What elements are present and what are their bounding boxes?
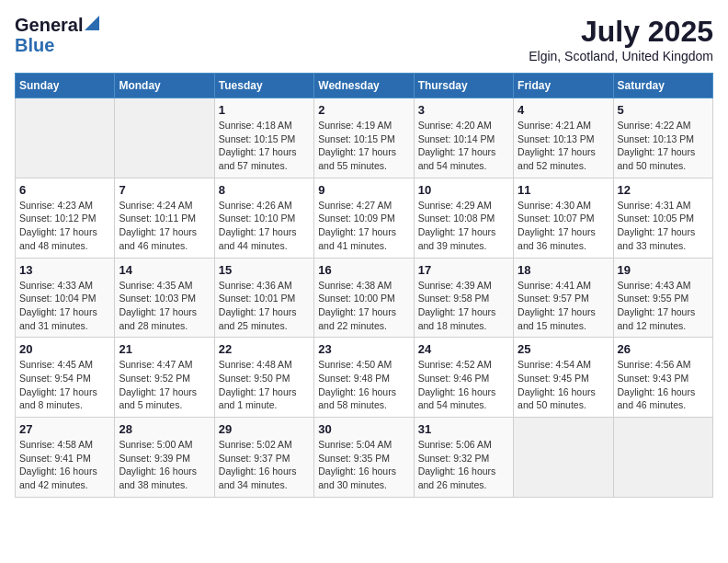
day-cell: 10Sunrise: 4:29 AM Sunset: 10:08 PM Dayl… [414, 178, 513, 258]
day-cell: 6Sunrise: 4:23 AM Sunset: 10:12 PM Dayli… [16, 178, 115, 258]
day-info: Sunrise: 4:21 AM Sunset: 10:13 PM Daylig… [518, 119, 609, 173]
day-number: 19 [618, 263, 709, 277]
day-info: Sunrise: 4:31 AM Sunset: 10:05 PM Daylig… [618, 199, 709, 253]
day-cell: 16Sunrise: 4:38 AM Sunset: 10:00 PM Dayl… [314, 258, 414, 338]
logo-icon [85, 16, 99, 30]
day-cell [115, 98, 214, 178]
day-number: 1 [219, 103, 310, 117]
day-number: 9 [318, 183, 409, 197]
day-info: Sunrise: 4:50 AM Sunset: 9:48 PM Dayligh… [318, 358, 409, 412]
day-number: 25 [518, 342, 609, 356]
day-number: 4 [518, 103, 609, 117]
week-row-1: 1Sunrise: 4:18 AM Sunset: 10:15 PM Dayli… [16, 98, 713, 178]
day-cell: 20Sunrise: 4:45 AM Sunset: 9:54 PM Dayli… [16, 338, 115, 418]
day-cell: 5Sunrise: 4:22 AM Sunset: 10:13 PM Dayli… [613, 98, 712, 178]
day-cell: 8Sunrise: 4:26 AM Sunset: 10:10 PM Dayli… [214, 178, 313, 258]
day-number: 14 [119, 263, 210, 277]
day-cell: 7Sunrise: 4:24 AM Sunset: 10:11 PM Dayli… [115, 178, 214, 258]
day-info: Sunrise: 4:36 AM Sunset: 10:01 PM Daylig… [219, 279, 310, 333]
day-number: 3 [418, 103, 509, 117]
day-number: 20 [19, 342, 110, 356]
day-cell: 13Sunrise: 4:33 AM Sunset: 10:04 PM Dayl… [16, 258, 115, 338]
header-cell-tuesday: Tuesday [214, 74, 313, 98]
day-number: 29 [219, 422, 310, 436]
logo-general-text: General [15, 15, 83, 35]
header-cell-saturday: Saturday [613, 74, 712, 98]
day-number: 10 [418, 183, 509, 197]
day-cell: 2Sunrise: 4:19 AM Sunset: 10:15 PM Dayli… [314, 98, 414, 178]
day-info: Sunrise: 4:24 AM Sunset: 10:11 PM Daylig… [119, 199, 210, 253]
day-info: Sunrise: 4:30 AM Sunset: 10:07 PM Daylig… [518, 199, 609, 253]
svg-marker-0 [85, 16, 99, 30]
day-info: Sunrise: 5:02 AM Sunset: 9:37 PM Dayligh… [219, 438, 310, 492]
day-cell [613, 418, 712, 498]
day-info: Sunrise: 4:20 AM Sunset: 10:14 PM Daylig… [418, 119, 509, 173]
day-number: 16 [318, 263, 409, 277]
day-info: Sunrise: 4:56 AM Sunset: 9:43 PM Dayligh… [618, 358, 709, 412]
day-cell: 24Sunrise: 4:52 AM Sunset: 9:46 PM Dayli… [414, 338, 513, 418]
day-cell: 3Sunrise: 4:20 AM Sunset: 10:14 PM Dayli… [414, 98, 513, 178]
logo-blue-text: Blue [15, 35, 99, 55]
day-number: 28 [119, 422, 210, 436]
header-cell-sunday: Sunday [16, 74, 115, 98]
day-info: Sunrise: 4:23 AM Sunset: 10:12 PM Daylig… [19, 199, 110, 253]
day-cell: 23Sunrise: 4:50 AM Sunset: 9:48 PM Dayli… [314, 338, 414, 418]
day-cell: 9Sunrise: 4:27 AM Sunset: 10:09 PM Dayli… [314, 178, 414, 258]
day-info: Sunrise: 4:52 AM Sunset: 9:46 PM Dayligh… [418, 358, 509, 412]
day-info: Sunrise: 4:33 AM Sunset: 10:04 PM Daylig… [19, 279, 110, 333]
calendar-subtitle: Elgin, Scotland, United Kingdom [529, 49, 713, 63]
day-number: 24 [418, 342, 509, 356]
day-cell: 12Sunrise: 4:31 AM Sunset: 10:05 PM Dayl… [613, 178, 712, 258]
day-number: 15 [219, 263, 310, 277]
day-info: Sunrise: 4:27 AM Sunset: 10:09 PM Daylig… [318, 199, 409, 253]
calendar-table: SundayMondayTuesdayWednesdayThursdayFrid… [15, 73, 713, 498]
day-info: Sunrise: 4:41 AM Sunset: 9:57 PM Dayligh… [518, 279, 609, 333]
day-info: Sunrise: 4:38 AM Sunset: 10:00 PM Daylig… [318, 279, 409, 333]
day-number: 22 [219, 342, 310, 356]
day-number: 11 [518, 183, 609, 197]
header-cell-monday: Monday [115, 74, 214, 98]
day-number: 31 [418, 422, 509, 436]
day-cell: 26Sunrise: 4:56 AM Sunset: 9:43 PM Dayli… [613, 338, 712, 418]
day-cell: 1Sunrise: 4:18 AM Sunset: 10:15 PM Dayli… [214, 98, 313, 178]
day-cell: 28Sunrise: 5:00 AM Sunset: 9:39 PM Dayli… [115, 418, 214, 498]
day-number: 17 [418, 263, 509, 277]
day-cell: 14Sunrise: 4:35 AM Sunset: 10:03 PM Dayl… [115, 258, 214, 338]
day-info: Sunrise: 4:54 AM Sunset: 9:45 PM Dayligh… [518, 358, 609, 412]
day-number: 12 [618, 183, 709, 197]
header-cell-thursday: Thursday [414, 74, 513, 98]
day-info: Sunrise: 5:00 AM Sunset: 9:39 PM Dayligh… [119, 438, 210, 492]
day-cell [514, 418, 613, 498]
header-row: SundayMondayTuesdayWednesdayThursdayFrid… [16, 74, 713, 98]
day-info: Sunrise: 4:43 AM Sunset: 9:55 PM Dayligh… [618, 279, 709, 333]
day-info: Sunrise: 4:29 AM Sunset: 10:08 PM Daylig… [418, 199, 509, 253]
day-cell: 29Sunrise: 5:02 AM Sunset: 9:37 PM Dayli… [214, 418, 313, 498]
day-cell: 18Sunrise: 4:41 AM Sunset: 9:57 PM Dayli… [514, 258, 613, 338]
day-cell: 21Sunrise: 4:47 AM Sunset: 9:52 PM Dayli… [115, 338, 214, 418]
header-cell-wednesday: Wednesday [314, 74, 414, 98]
day-cell: 11Sunrise: 4:30 AM Sunset: 10:07 PM Dayl… [514, 178, 613, 258]
day-cell: 30Sunrise: 5:04 AM Sunset: 9:35 PM Dayli… [314, 418, 414, 498]
week-row-3: 13Sunrise: 4:33 AM Sunset: 10:04 PM Dayl… [16, 258, 713, 338]
day-number: 13 [19, 263, 110, 277]
day-cell: 22Sunrise: 4:48 AM Sunset: 9:50 PM Dayli… [214, 338, 313, 418]
logo: General Blue [15, 15, 99, 55]
day-info: Sunrise: 4:26 AM Sunset: 10:10 PM Daylig… [219, 199, 310, 253]
day-info: Sunrise: 4:58 AM Sunset: 9:41 PM Dayligh… [19, 438, 110, 492]
day-cell: 17Sunrise: 4:39 AM Sunset: 9:58 PM Dayli… [414, 258, 513, 338]
day-info: Sunrise: 4:18 AM Sunset: 10:15 PM Daylig… [219, 119, 310, 173]
day-cell: 27Sunrise: 4:58 AM Sunset: 9:41 PM Dayli… [16, 418, 115, 498]
day-info: Sunrise: 5:04 AM Sunset: 9:35 PM Dayligh… [318, 438, 409, 492]
day-number: 6 [19, 183, 110, 197]
day-cell [16, 98, 115, 178]
day-info: Sunrise: 4:47 AM Sunset: 9:52 PM Dayligh… [119, 358, 210, 412]
title-block: July 2025 Elgin, Scotland, United Kingdo… [529, 15, 713, 63]
day-number: 8 [219, 183, 310, 197]
week-row-2: 6Sunrise: 4:23 AM Sunset: 10:12 PM Dayli… [16, 178, 713, 258]
day-info: Sunrise: 4:45 AM Sunset: 9:54 PM Dayligh… [19, 358, 110, 412]
day-cell: 31Sunrise: 5:06 AM Sunset: 9:32 PM Dayli… [414, 418, 513, 498]
day-info: Sunrise: 5:06 AM Sunset: 9:32 PM Dayligh… [418, 438, 509, 492]
week-row-4: 20Sunrise: 4:45 AM Sunset: 9:54 PM Dayli… [16, 338, 713, 418]
header-cell-friday: Friday [514, 74, 613, 98]
day-cell: 19Sunrise: 4:43 AM Sunset: 9:55 PM Dayli… [613, 258, 712, 338]
